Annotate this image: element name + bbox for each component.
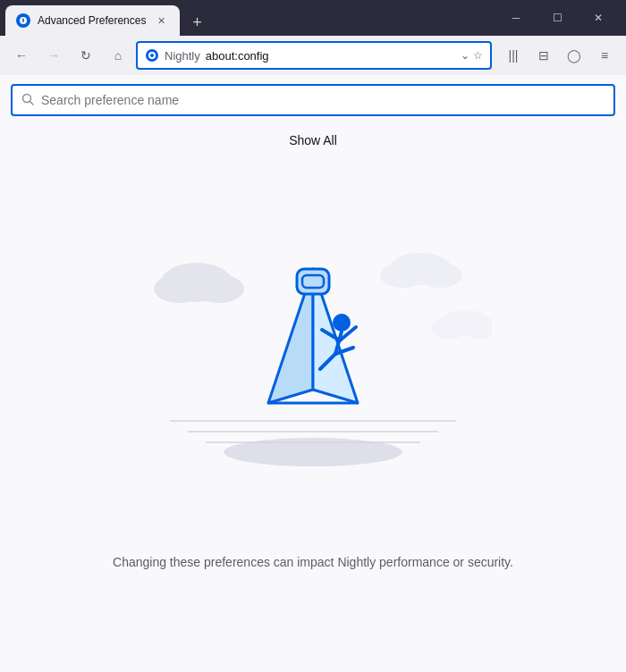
urlbar-brand: Nightly <box>165 49 200 63</box>
toolbar-right: ||| ⊟ ◯ ≡ <box>499 41 619 70</box>
svg-point-13 <box>431 317 467 339</box>
urlbar-url: about:config <box>206 49 455 63</box>
wet-floor-sign <box>241 251 385 430</box>
svg-point-22 <box>333 314 351 332</box>
urlbar-firefox-icon <box>145 48 159 63</box>
navbar: ← → ↻ ⌂ Nightly about:config ⌄ ☆ ||| ⊟ ◯… <box>0 36 626 75</box>
tab-close-button[interactable]: ✕ <box>153 13 169 29</box>
urlbar-right-controls: ⌄ ☆ <box>461 49 483 62</box>
search-icon <box>21 93 34 108</box>
search-container <box>0 75 626 125</box>
main-content: Show All <box>0 75 626 672</box>
minimize-button[interactable]: ─ <box>495 0 537 36</box>
active-tab[interactable]: Advanced Preferences ✕ <box>5 5 180 36</box>
svg-point-18 <box>224 438 402 466</box>
window-controls: ─ ☐ ✕ <box>495 0 626 36</box>
scene <box>134 224 492 546</box>
new-tab-button[interactable]: + <box>183 9 210 36</box>
urlbar-chevron-icon[interactable]: ⌄ <box>461 49 470 62</box>
svg-point-8 <box>194 274 244 303</box>
menu-icon[interactable]: ≡ <box>590 41 619 70</box>
account-icon[interactable]: ◯ <box>560 41 588 70</box>
search-input[interactable] <box>41 93 605 107</box>
home-button[interactable]: ⌂ <box>104 41 132 70</box>
search-box[interactable] <box>11 84 615 116</box>
titlebar: Advanced Preferences ✕ + ─ ☐ ✕ <box>0 0 626 36</box>
show-all-container: Show All <box>289 125 337 148</box>
url-bar[interactable]: Nightly about:config ⌄ ☆ <box>136 41 492 70</box>
svg-line-5 <box>30 101 34 105</box>
urlbar-bookmark-icon[interactable]: ☆ <box>473 49 483 62</box>
show-all-link[interactable]: Show All <box>289 133 337 147</box>
forward-button: → <box>39 41 68 70</box>
svg-point-11 <box>418 263 462 288</box>
layout-icon[interactable]: ⊟ <box>529 41 558 70</box>
back-button[interactable]: ← <box>7 41 36 70</box>
tab-favicon <box>16 13 30 28</box>
reload-button[interactable]: ↻ <box>72 41 100 70</box>
bookmarks-icon[interactable]: ||| <box>499 41 528 70</box>
caption-text: Changing these preferences can impact Ni… <box>77 555 549 569</box>
window-close-button[interactable]: ✕ <box>578 0 619 36</box>
tab-title: Advanced Preferences <box>38 14 146 27</box>
tab-strip: Advanced Preferences ✕ + <box>0 0 495 36</box>
svg-point-3 <box>150 54 154 57</box>
illustration-area: Changing these preferences can impact Ni… <box>0 148 626 672</box>
maximize-button[interactable]: ☐ <box>537 0 578 36</box>
